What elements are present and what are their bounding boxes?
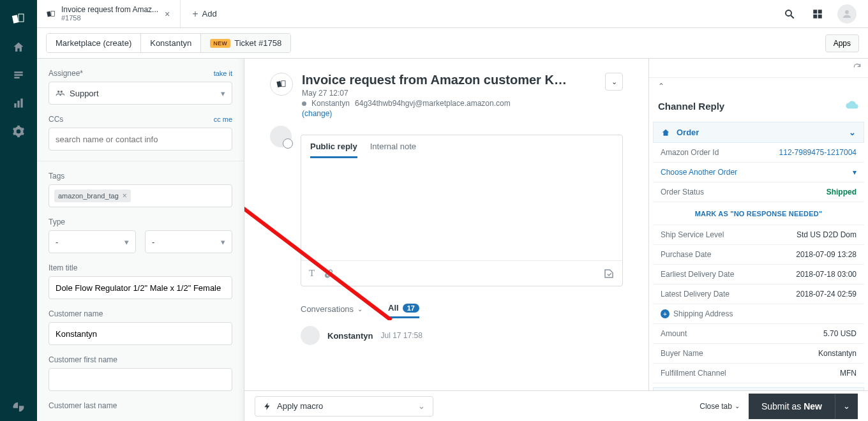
- item-title-input[interactable]: [56, 283, 225, 293]
- customer-last-label: Customer last name: [49, 401, 117, 410]
- message-avatar-icon: [301, 326, 320, 345]
- ccs-input-wrapper: [49, 128, 232, 151]
- nav-reports-icon[interactable]: [0, 89, 37, 117]
- svg-rect-6: [17, 101, 19, 108]
- svg-point-18: [61, 91, 63, 93]
- crumb-ticket[interactable]: NEW Ticket #1758: [201, 34, 290, 52]
- item-title-label: Item title: [49, 263, 77, 272]
- new-badge: NEW: [210, 39, 230, 48]
- text-format-icon[interactable]: T: [309, 268, 315, 279]
- customer-name-label: Customer name: [49, 309, 103, 318]
- item-title-field[interactable]: [49, 276, 232, 299]
- ccs-label: CCs: [49, 115, 63, 124]
- caret-down-icon: ▾: [221, 89, 225, 98]
- user-avatar-icon[interactable]: [837, 4, 857, 24]
- chevron-down-icon: ⌄: [849, 128, 856, 137]
- tags-label: Tags: [49, 172, 64, 181]
- search-icon[interactable]: [781, 6, 798, 22]
- svg-rect-1: [19, 14, 24, 22]
- chevron-up-icon: ⌃: [658, 82, 664, 91]
- svg-rect-13: [818, 10, 822, 13]
- group-icon: [56, 89, 64, 98]
- svg-rect-5: [14, 103, 16, 108]
- channel-icon: [270, 73, 293, 96]
- crumb-requester[interactable]: Konstantyn: [141, 34, 201, 52]
- svg-rect-9: [51, 11, 54, 16]
- tab-internal-note[interactable]: Internal note: [370, 142, 416, 158]
- tab-close-icon[interactable]: ×: [163, 9, 171, 19]
- section-order[interactable]: Order ⌄: [653, 122, 864, 143]
- reply-editor: Public reply Internal note T: [301, 135, 623, 286]
- svg-rect-3: [14, 74, 22, 76]
- customer-name-input[interactable]: [56, 329, 225, 339]
- apply-macro-button[interactable]: Apply macro ⌄: [255, 396, 433, 417]
- submit-dropdown-button[interactable]: ⌄: [835, 394, 858, 419]
- svg-rect-19: [276, 81, 281, 87]
- chevron-down-icon: ⌄: [735, 403, 740, 410]
- nav-views-icon[interactable]: [0, 61, 37, 89]
- svg-point-17: [57, 91, 60, 93]
- svg-rect-8: [47, 11, 51, 17]
- customer-first-label: Customer first name: [49, 355, 117, 364]
- take-it-link[interactable]: take it: [214, 70, 232, 77]
- change-requester-link[interactable]: (change): [302, 109, 570, 118]
- panel-collapse-toggle[interactable]: ⌃: [649, 78, 868, 94]
- chevron-down-icon: ⌄: [357, 306, 363, 313]
- assignee-select[interactable]: Support ▾: [49, 82, 232, 105]
- requester-name: Konstantyn: [311, 99, 350, 108]
- assignee-value: Support: [70, 89, 99, 98]
- insert-reply-icon[interactable]: [603, 268, 615, 279]
- crumb-marketplace[interactable]: Marketplace (create): [47, 34, 141, 52]
- brand-logo-icon[interactable]: [11, 5, 26, 33]
- filter-conversations[interactable]: Conversations ⌄: [301, 304, 363, 318]
- breadcrumb-bar: Marketplace (create) Konstantyn NEW Tick…: [37, 28, 868, 59]
- submit-main-button[interactable]: Submit as New: [749, 394, 835, 419]
- agent-avatar-icon: [270, 126, 292, 147]
- customer-first-input[interactable]: [56, 375, 225, 385]
- mark-no-response-link[interactable]: MARK AS "NO RESPONSE NEEDED": [695, 210, 823, 218]
- apps-panel: ⌃ Channel Reply Order ⌄ Amazon Order Id1…: [648, 59, 868, 421]
- tags-input[interactable]: amazon_brand_tag ×: [49, 184, 232, 207]
- svg-rect-7: [20, 99, 22, 108]
- panel-title: Channel Reply: [658, 101, 724, 112]
- plus-circle-icon: +: [661, 309, 670, 318]
- bolt-icon: [263, 402, 272, 411]
- svg-point-10: [786, 10, 791, 16]
- nav-admin-icon[interactable]: [0, 117, 37, 145]
- apps-grid-icon[interactable]: [809, 6, 826, 22]
- conversation-header: Invoice request from Amazon customer Kon…: [270, 73, 623, 118]
- ccs-input[interactable]: [56, 135, 225, 144]
- apps-toggle-button[interactable]: Apps: [825, 34, 859, 52]
- svg-rect-4: [14, 77, 19, 79]
- requester-email: 64g34thwb94hgvj@marketplace.amazon.com: [355, 99, 511, 108]
- cc-me-link[interactable]: cc me: [214, 115, 232, 123]
- tag-remove-icon[interactable]: ×: [123, 191, 127, 200]
- zendesk-logo-icon[interactable]: [0, 393, 37, 421]
- priority-select[interactable]: -▾: [145, 230, 232, 253]
- nav-home-icon[interactable]: [0, 33, 37, 61]
- cloud-icon: [845, 101, 859, 112]
- conversation-more-button[interactable]: ⌄: [605, 73, 623, 91]
- reload-icon[interactable]: [853, 63, 862, 73]
- tab-public-reply[interactable]: Public reply: [310, 142, 357, 158]
- add-tab-button[interactable]: + Add: [181, 0, 228, 27]
- conversation-title: Invoice request from Amazon customer Kon…: [302, 73, 570, 87]
- choose-another-order[interactable]: Choose Another Order▾: [653, 163, 864, 182]
- filter-all[interactable]: All 17: [388, 303, 419, 318]
- attachment-icon[interactable]: [324, 269, 334, 279]
- tab-title: Invoice request from Amaz...: [61, 6, 158, 14]
- type-select[interactable]: -▾: [49, 230, 136, 253]
- order-id-link[interactable]: 112-7989475-1217004: [779, 148, 857, 157]
- reply-textarea[interactable]: [301, 158, 622, 260]
- message-author: Konstantyn: [327, 331, 373, 341]
- close-tab-button[interactable]: Close tab ⌄: [700, 402, 740, 411]
- presence-dot-icon: [302, 101, 306, 106]
- customer-name-field[interactable]: [49, 322, 232, 345]
- customer-first-field[interactable]: [49, 368, 232, 391]
- caret-down-icon: ▾: [853, 168, 857, 177]
- type-label: Type: [49, 218, 65, 226]
- conversation-date: May 27 12:07: [302, 89, 570, 98]
- tab-ticket-1758[interactable]: Invoice request from Amaz... #1758 ×: [37, 0, 181, 27]
- svg-rect-2: [14, 71, 22, 73]
- shipping-address-expand[interactable]: +Shipping Address: [653, 304, 864, 324]
